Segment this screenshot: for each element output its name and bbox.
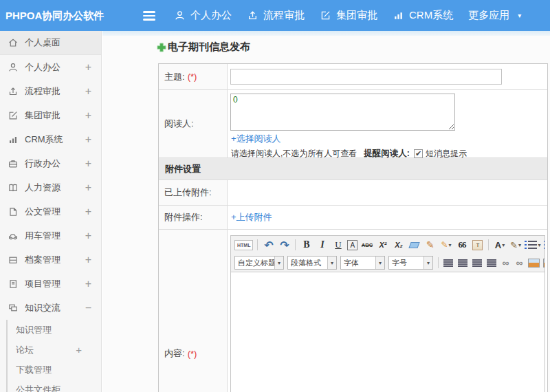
- top-bar: PHPOA协同办公软件 个人办公 流程审批 集团审批 CRM系统 更多应用 ▾: [0, 0, 550, 31]
- expand-icon[interactable]: +: [85, 182, 91, 194]
- align-left-icon: [443, 259, 453, 267]
- sidebar-item-personal-office[interactable]: 个人办公 +: [0, 55, 101, 79]
- sidebar-item-knowledge[interactable]: 知识交流 −: [0, 296, 101, 320]
- italic-button[interactable]: I: [316, 238, 329, 252]
- required-mark: (*): [188, 72, 197, 82]
- blockquote-button[interactable]: 66: [455, 238, 468, 252]
- briefcase-icon: [8, 158, 19, 169]
- attachment-section-header: 附件设置: [159, 158, 547, 180]
- expand-icon[interactable]: +: [85, 278, 91, 290]
- sidebar-subitem-knowledge-mgmt[interactable]: 知识管理: [8, 320, 101, 340]
- sms-checkbox[interactable]: [414, 149, 423, 158]
- align-center-icon: [458, 259, 468, 267]
- readers-note: 请选择阅读人,不选为所有人可查看 提醒阅读人: 短消息提示: [231, 148, 547, 160]
- bold-button[interactable]: B: [300, 238, 313, 252]
- sidebar-subitem-downloads[interactable]: 下载管理: [8, 360, 101, 380]
- insert-image-button[interactable]: [527, 256, 540, 270]
- align-center-button[interactable]: [456, 256, 469, 270]
- nav-crm[interactable]: CRM系统: [393, 9, 453, 22]
- nav-workflow-approval[interactable]: 流程审批: [247, 9, 305, 22]
- undo-button[interactable]: ↶: [262, 238, 275, 252]
- paragraph-select[interactable]: 段落格式 ▾: [287, 256, 337, 270]
- underline-button[interactable]: U: [331, 238, 344, 252]
- remind-readers-label: 提醒阅读人:: [364, 148, 410, 160]
- attachment-ops-label: 附件操作:: [159, 206, 228, 229]
- sidebar-item-vehicle[interactable]: 用车管理 +: [0, 224, 101, 248]
- expand-icon[interactable]: +: [85, 254, 91, 266]
- book-icon: [8, 182, 19, 193]
- toolbar-row-1: HTML ↶ ↷ B I U A ABC X² X₂: [231, 236, 544, 254]
- justify-button[interactable]: [485, 256, 498, 270]
- expand-icon[interactable]: +: [85, 85, 91, 98]
- editor-toolbar: HTML ↶ ↷ B I U A ABC X² X₂: [231, 236, 544, 272]
- sidebar-item-group-approval[interactable]: 集团审批 +: [0, 103, 101, 127]
- sidebar-item-archives[interactable]: 档案管理 +: [0, 248, 101, 272]
- strikethrough-button[interactable]: ABC: [360, 238, 373, 252]
- expand-icon[interactable]: +: [85, 157, 91, 170]
- sidebar-item-desktop[interactable]: 个人桌面: [0, 31, 101, 55]
- source-code-button[interactable]: HTML: [234, 240, 253, 250]
- highlight-button[interactable]: ✎▾: [509, 238, 522, 252]
- expand-icon[interactable]: +: [76, 344, 82, 356]
- sidebar-item-hr[interactable]: 人力资源 +: [0, 175, 101, 199]
- menu-toggle-icon[interactable]: [143, 11, 155, 21]
- top-nav: 个人办公 流程审批 集团审批 CRM系统 更多应用 ▾: [174, 0, 521, 31]
- nav-more-apps[interactable]: 更多应用 ▾: [468, 9, 521, 22]
- redo-button[interactable]: ↷: [278, 238, 291, 252]
- image-icon: [528, 259, 540, 268]
- eraser-icon: [409, 242, 420, 248]
- nav-personal-office[interactable]: 个人办公: [174, 9, 232, 22]
- readers-label: 阅读人:: [159, 90, 228, 157]
- toolbar-row-2: 自定义标题 ▾ 段落格式 ▾ 字体 ▾: [231, 254, 544, 272]
- sidebar-item-workflow[interactable]: 流程审批 +: [0, 79, 101, 103]
- unordered-list-button[interactable]: [543, 238, 544, 252]
- justify-icon: [487, 259, 496, 267]
- font-size-select[interactable]: 字号 ▾: [388, 256, 433, 270]
- sidebar-item-crm[interactable]: CRM系统 +: [0, 127, 101, 151]
- ordered-list-button[interactable]: ▾: [525, 238, 540, 252]
- uploaded-label: 已上传附件:: [159, 180, 228, 205]
- format-brush-button[interactable]: ✎: [424, 238, 437, 252]
- content-label: 内容:(*): [159, 230, 228, 392]
- attachment-ops-row: 附件操作: +上传附件: [159, 206, 547, 230]
- font-button[interactable]: A: [347, 240, 358, 250]
- nav-group-approval[interactable]: 集团审批: [320, 9, 377, 22]
- upload-attachment-link[interactable]: +上传附件: [231, 211, 272, 224]
- paste-as-text-button[interactable]: T: [471, 238, 484, 252]
- sidebar-subitem-forum[interactable]: 论坛 +: [8, 340, 101, 360]
- insert-link-button[interactable]: ∞: [500, 256, 512, 270]
- sidebar-item-admin-office[interactable]: 行政办公 +: [0, 151, 101, 175]
- editor-content-area[interactable]: [231, 272, 544, 392]
- select-readers-link[interactable]: +选择阅读人: [231, 133, 281, 145]
- expand-icon[interactable]: +: [85, 61, 91, 74]
- align-left-button[interactable]: [442, 256, 454, 270]
- archive-icon: [8, 254, 19, 265]
- journal-icon: [8, 279, 19, 290]
- superscript-button[interactable]: X²: [376, 238, 389, 252]
- expand-icon[interactable]: +: [85, 230, 91, 242]
- eraser-button[interactable]: [408, 238, 421, 252]
- remove-link-button[interactable]: ∞: [514, 256, 525, 270]
- align-right-button[interactable]: [471, 256, 483, 270]
- font-color-button[interactable]: A▾: [493, 238, 506, 252]
- content-top-strip: [102, 31, 550, 36]
- expand-icon[interactable]: +: [85, 133, 91, 146]
- expand-icon[interactable]: +: [85, 109, 91, 122]
- chevron-down-icon: ▾: [375, 257, 384, 269]
- insert-media-button[interactable]: [542, 256, 544, 270]
- sidebar-item-documents[interactable]: 公文管理 +: [0, 199, 101, 224]
- subscript-button[interactable]: X₂: [392, 238, 405, 252]
- quick-format-button[interactable]: ✎▾: [439, 238, 452, 252]
- heading-select[interactable]: 自定义标题 ▾: [234, 256, 284, 270]
- collapse-icon[interactable]: −: [85, 302, 91, 314]
- sidebar-subitem-public-cabinet[interactable]: 公共文件柜: [8, 380, 101, 392]
- expand-icon[interactable]: +: [85, 206, 91, 218]
- user-icon: [174, 10, 186, 21]
- subject-input[interactable]: [230, 69, 502, 85]
- sidebar-submenu: 知识管理 论坛 + 下载管理 公共文件柜: [6, 320, 101, 392]
- publish-form: 主题:(*) 阅读人: 0 +选择阅读人 请选择阅读人,不选为所有人可查看 提醒…: [158, 63, 548, 392]
- sidebar-item-projects[interactable]: 项目管理 +: [0, 272, 101, 296]
- font-family-select[interactable]: 字体 ▾: [340, 256, 385, 270]
- rich-text-editor: HTML ↶ ↷ B I U A ABC X² X₂: [230, 235, 545, 392]
- readers-textarea[interactable]: 0: [230, 94, 455, 131]
